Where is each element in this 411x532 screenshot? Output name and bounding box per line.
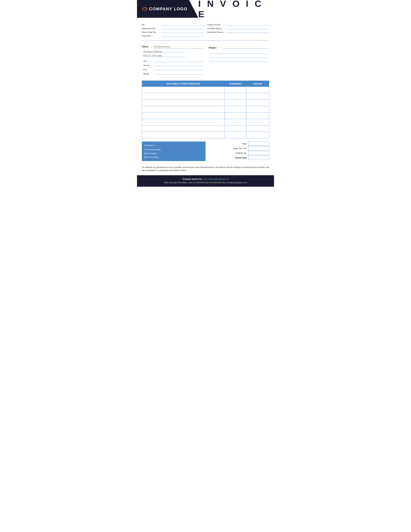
client-fax-row: Fax :	[143, 67, 202, 71]
totals-section: Total State Tax 3% Federal Tax Grand Tot…	[209, 142, 269, 160]
total-value-box	[248, 142, 269, 146]
payment-company: [Company Name]	[144, 148, 203, 151]
info-row-3: Work Order No : Supervisor Name :	[142, 30, 269, 33]
work-table-header: Description of Work Performed Completion…	[142, 81, 269, 87]
page-header: COMPANY LOGO I N V O I C E	[137, 0, 274, 18]
field-empty-right	[207, 34, 269, 37]
table-row	[142, 100, 269, 106]
total-label: Total	[231, 142, 247, 145]
federal-tax-value-box	[248, 151, 269, 155]
svg-point-1	[146, 8, 147, 9]
field-no-line	[161, 23, 204, 26]
project-extra-lines	[209, 51, 269, 62]
bottom-section: Payment to : [Company Name] [Bank Name] …	[137, 142, 274, 161]
project-column: Project :	[209, 45, 269, 75]
footer-company: Company System Inc.	[182, 178, 203, 180]
footer-line-2: 8030 Harrington Rd, Miami, USA | Ph 555-…	[140, 181, 271, 185]
field-due-date: Due Date :	[142, 34, 204, 37]
client-attn-row: Attn :	[143, 59, 202, 62]
client-project-section: Client : [Company Name] [Company Address…	[137, 43, 274, 77]
info-row-2: Agreement No : Architect Name :	[142, 26, 269, 30]
payment-title: Payment to :	[144, 143, 203, 147]
grand-total-value-box	[248, 156, 269, 160]
field-project-period-line	[227, 23, 269, 26]
payment-bank: [Bank Name]	[144, 152, 203, 155]
col-description: Description of Work Performed	[142, 81, 225, 87]
footer-note: All materials are guaranteed to be as sp…	[137, 164, 274, 175]
project-name-row: Project :	[209, 45, 269, 49]
grand-total-row: Grand Total	[209, 156, 269, 160]
client-phone-row: Phone :	[143, 63, 202, 66]
table-row	[142, 106, 269, 113]
field-supervisor-name: Supervisor Name :	[207, 30, 269, 33]
work-table: Description of Work Performed Completion…	[142, 81, 269, 138]
footer-bar: Company System Inc. | http://freewordtem…	[137, 175, 274, 187]
federal-tax-label: Federal Tax	[231, 152, 247, 154]
state-tax-label: State Tax	[226, 147, 242, 150]
field-architect-name: Architect Name :	[207, 26, 269, 30]
table-row	[142, 132, 269, 138]
payment-account: [Bank Account]	[144, 155, 203, 159]
table-row	[142, 125, 269, 132]
grand-total-label: Grand Total	[231, 157, 247, 159]
logo-text: COMPANY LOGO	[141, 6, 187, 11]
table-row	[142, 87, 269, 93]
table-row	[142, 93, 269, 100]
footer-line-1: Company System Inc. | http://freewordtem…	[140, 178, 271, 181]
payment-box: Payment to : [Company Name] [Bank Name] …	[142, 142, 206, 161]
work-table-section: Description of Work Performed Completion…	[137, 81, 274, 138]
state-tax-row: State Tax 3%	[209, 146, 269, 150]
client-email-row: Email :	[143, 72, 202, 75]
total-row: Total	[209, 142, 269, 146]
federal-tax-row: Federal Tax	[209, 151, 269, 155]
field-agreement-no: Agreement No :	[142, 26, 204, 30]
client-city-row: [City, ST, ZIP Code]	[143, 54, 202, 57]
invoice-title-section: I N V O I C E	[198, 0, 274, 18]
work-table-header-row: Description of Work Performed Completion…	[142, 81, 269, 87]
col-amount: Amount	[246, 81, 269, 87]
logo-section: COMPANY LOGO	[137, 0, 198, 18]
table-row	[142, 119, 269, 125]
info-fields-section: No : Project Period : Agreement No : Arc…	[137, 23, 274, 37]
client-name-row: Client : [Company Name]	[142, 45, 202, 49]
footer-website-link[interactable]: http://freewordtemplates.net/	[204, 178, 229, 180]
field-project-period: Project Period :	[207, 23, 269, 26]
state-tax-pct: 3%	[243, 147, 247, 150]
field-no: No :	[142, 23, 204, 26]
client-column: Client : [Company Name] [Company Address…	[142, 45, 202, 75]
col-completion: Completion	[224, 81, 246, 87]
state-tax-value-box	[248, 146, 269, 150]
company-logo-icon	[141, 6, 148, 11]
divider	[142, 40, 269, 40]
field-work-order-no: Work Order No :	[142, 30, 204, 33]
info-row-1: No : Project Period :	[142, 23, 269, 26]
table-row	[142, 113, 269, 119]
work-table-body	[142, 87, 269, 138]
client-address-row: [Company Address]	[143, 50, 202, 53]
invoice-title: I N V O I C E	[198, 0, 269, 19]
info-row-4: Due Date :	[142, 34, 269, 37]
